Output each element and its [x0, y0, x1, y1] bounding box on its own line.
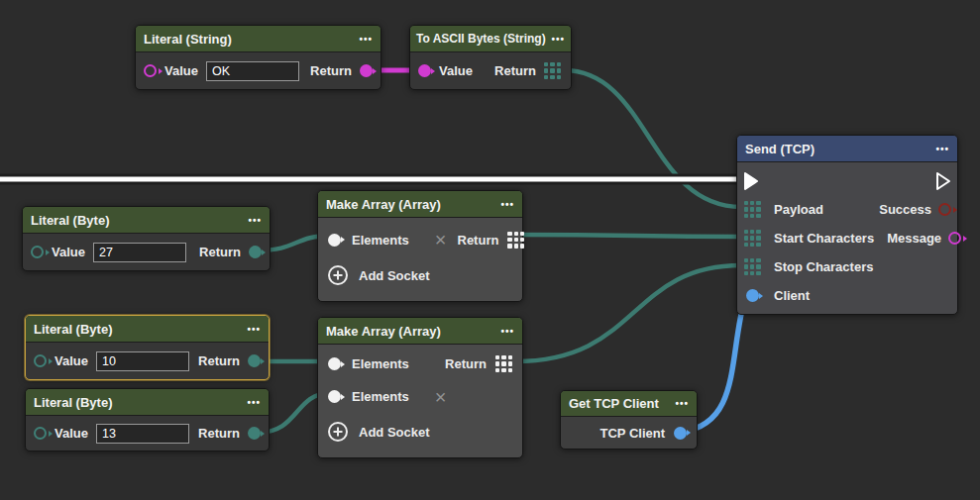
success-output-port[interactable]	[938, 203, 951, 216]
node-header[interactable]: Literal (Byte) •••	[26, 389, 269, 416]
node-title: Make Array (Array)	[326, 197, 441, 212]
node-menu-icon[interactable]: •••	[359, 34, 373, 45]
node-get-tcp-client[interactable]: Get TCP Client ••• TCP Client	[560, 390, 698, 450]
value-input-port[interactable]	[418, 64, 431, 77]
client-label: Client	[774, 288, 810, 303]
value-label: Value	[54, 426, 88, 441]
node-menu-icon[interactable]: •••	[675, 398, 689, 409]
node-title: Get TCP Client	[569, 396, 659, 411]
return-output-port[interactable]	[249, 246, 262, 258]
node-literal-string[interactable]: Literal (String) ••• Value Return	[135, 25, 381, 90]
return-output-port[interactable]	[248, 354, 261, 367]
value-label: Value	[439, 63, 473, 78]
value-label: Value	[54, 353, 88, 368]
return-output-port[interactable]	[360, 64, 373, 77]
node-menu-icon[interactable]: •••	[248, 215, 262, 226]
add-socket-icon[interactable]	[328, 422, 348, 442]
exec-out-pin[interactable]	[935, 171, 951, 191]
value-input-port[interactable]	[34, 354, 47, 367]
array-return-port[interactable]	[544, 62, 561, 79]
byte-value-input[interactable]	[96, 424, 189, 444]
node-header[interactable]: To ASCII Bytes (String) •••	[410, 26, 571, 52]
return-label: Return	[198, 426, 240, 441]
node-menu-icon[interactable]: •••	[935, 144, 949, 154]
node-send-tcp[interactable]: Send (TCP) ••• Payload Success Start Cha…	[736, 135, 958, 315]
remove-socket-icon[interactable]: ×	[435, 230, 447, 250]
return-label: Return	[199, 245, 241, 259]
node-title: Literal (Byte)	[34, 395, 112, 410]
remove-socket-icon[interactable]: ×	[435, 387, 447, 407]
success-label: Success	[879, 202, 931, 217]
array-return-port[interactable]	[507, 232, 524, 249]
node-menu-icon[interactable]: •••	[247, 324, 261, 335]
start-characters-label: Start Characters	[774, 231, 874, 246]
add-socket-label[interactable]: Add Socket	[359, 425, 430, 440]
tcp-client-output-port[interactable]	[674, 427, 687, 440]
return-label: Return	[458, 233, 499, 248]
value-label: Value	[164, 63, 198, 78]
elements-label: Elements	[352, 389, 409, 404]
add-socket-icon[interactable]	[328, 265, 348, 285]
exec-in-pin[interactable]	[743, 171, 759, 191]
node-make-array-1[interactable]: Make Array (Array) ••• Elements × Return…	[317, 190, 523, 302]
node-menu-icon[interactable]: •••	[500, 326, 514, 337]
start-characters-input-port[interactable]	[744, 230, 761, 247]
node-editor-canvas[interactable]: { "ui": { "menu_icon": "•••", "remove_ic…	[0, 0, 980, 500]
node-header[interactable]: Literal (Byte) •••	[26, 316, 269, 343]
elements-input-port[interactable]	[328, 390, 341, 403]
message-output-port[interactable]	[948, 232, 961, 245]
node-header[interactable]: Make Array (Array) •••	[318, 318, 522, 345]
node-literal-byte-13[interactable]: Literal (Byte) ••• Value Return	[25, 388, 270, 451]
node-title: To ASCII Bytes (String)	[416, 32, 546, 46]
wire-makearray1-to-startchars[interactable]	[515, 235, 741, 237]
string-value-input[interactable]	[206, 61, 299, 81]
value-input-port[interactable]	[144, 64, 157, 77]
node-make-array-2[interactable]: Make Array (Array) ••• Elements Return E…	[317, 317, 523, 458]
wire-makearray2-to-stopchars[interactable]	[515, 265, 741, 361]
add-socket-label[interactable]: Add Socket	[359, 268, 430, 283]
value-input-port[interactable]	[34, 427, 47, 440]
value-input-port[interactable]	[31, 246, 44, 258]
node-header[interactable]: Send (TCP) •••	[737, 136, 957, 162]
elements-input-port[interactable]	[328, 234, 341, 247]
payload-label: Payload	[774, 202, 823, 217]
node-title: Literal (String)	[144, 32, 232, 47]
byte-value-input[interactable]	[93, 243, 186, 262]
return-label: Return	[494, 63, 536, 78]
value-label: Value	[52, 245, 85, 259]
elements-input-port[interactable]	[328, 357, 341, 370]
node-header[interactable]: Make Array (Array) •••	[318, 191, 522, 218]
return-output-port[interactable]	[248, 427, 261, 440]
elements-label: Elements	[352, 233, 409, 248]
node-header[interactable]: Literal (String) •••	[136, 26, 381, 52]
payload-input-port[interactable]	[744, 201, 761, 218]
wire-toascii-to-payload[interactable]	[564, 70, 741, 207]
stop-characters-input-port[interactable]	[744, 258, 761, 275]
return-label: Return	[198, 353, 240, 368]
node-header[interactable]: Literal (Byte) •••	[23, 207, 270, 234]
node-to-ascii-bytes[interactable]: To ASCII Bytes (String) ••• Value Return	[409, 25, 572, 90]
array-return-port[interactable]	[495, 355, 512, 372]
node-title: Make Array (Array)	[326, 324, 441, 339]
return-label: Return	[310, 63, 352, 78]
node-title: Send (TCP)	[745, 142, 815, 156]
node-header[interactable]: Get TCP Client •••	[561, 391, 697, 417]
stop-characters-label: Stop Characters	[774, 259, 873, 274]
node-literal-byte-10[interactable]: Literal (Byte) ••• Value Return	[25, 315, 270, 380]
client-input-port[interactable]	[746, 289, 759, 302]
return-label: Return	[445, 356, 487, 371]
node-menu-icon[interactable]: •••	[247, 397, 261, 408]
node-title: Literal (Byte)	[31, 213, 109, 228]
byte-value-input[interactable]	[96, 351, 189, 371]
message-label: Message	[887, 231, 941, 246]
node-menu-icon[interactable]: •••	[551, 34, 565, 45]
elements-label: Elements	[352, 356, 409, 371]
node-menu-icon[interactable]: •••	[500, 199, 514, 210]
tcp-client-label: TCP Client	[600, 426, 666, 441]
node-literal-byte-27[interactable]: Literal (Byte) ••• Value Return	[22, 206, 271, 271]
node-title: Literal (Byte)	[34, 322, 112, 337]
